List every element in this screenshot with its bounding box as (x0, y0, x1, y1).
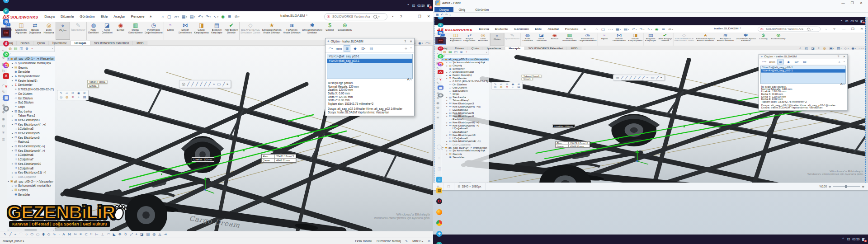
context-tool-icon[interactable]: ⊘ (516, 83, 521, 85)
tree-item[interactable]: ▸ ⊟ Kes-Ekstrüzyon4( ->x) (441, 105, 489, 108)
dialog-pin-icon[interactable]: ⊹ (838, 61, 841, 63)
menu-item[interactable]: Araçlar (111, 14, 127, 19)
restore-button[interactable]: ❐ (415, 12, 424, 22)
view-tool-button[interactable]: ◪ (811, 47, 815, 49)
context-tool-icon[interactable]: ◎ (493, 86, 498, 89)
tree-item[interactable]: ▸ ⊟ Kes-Ekstrüzyon11( ->) (441, 140, 489, 143)
taskbar-app[interactable]: ✈ (434, 229, 444, 239)
ribbon-button[interactable]: ≈ Eğrilik (164, 22, 178, 40)
selection-list-item[interactable]: Yüz<2>@alt_sag_p02-1 (327, 59, 412, 63)
feature-manager-tab-icon[interactable]: ▤ (14, 47, 18, 51)
tree-item[interactable]: ▱ Ön Düzlem (7, 92, 55, 96)
tree-item[interactable]: ▸ ⊟ Kes-Ekstrüzyon5 (441, 112, 489, 115)
taskbar-app[interactable]: SW (1, 28, 11, 38)
paint-quick-icon[interactable]: ▦ (436, 13, 439, 17)
view-tool-button[interactable]: ▭ ▾ (425, 41, 430, 45)
notification-icon[interactable]: ◧6 (427, 4, 430, 8)
feature-manager-tab-icon[interactable]: ▤ (448, 51, 452, 53)
sketch-tool-icon[interactable]: ╱ (638, 76, 640, 79)
dialog-pin-icon[interactable]: ⊹ (405, 47, 407, 51)
taskbar-clock[interactable]: 03:50 (850, 20, 858, 22)
tree-item[interactable]: ▱ Üst Düzlem (7, 96, 55, 100)
sketch-bar-icon[interactable]: ≡ (80, 232, 82, 237)
ribbon-tab[interactable]: SOLIDWORKS Eklentileri (90, 41, 133, 45)
tree-item[interactable]: ∷ LÇoğaltma8 (7, 166, 55, 170)
sketch-tool-icon[interactable]: ╱ (204, 82, 207, 86)
sketch-bar-icon[interactable]: · (59, 232, 60, 237)
menu-item[interactable]: Görünüm (77, 14, 97, 19)
tree-item[interactable]: ▸ ∷ Düz-Çoğaltma (441, 143, 489, 146)
taskbar-app[interactable]: ⌂ (434, 174, 444, 185)
ribbon-tab[interactable]: İşaretleme (483, 47, 505, 50)
taskbar-app[interactable]: e (434, 239, 444, 244)
ribbon-button[interactable]: ✎ İşaretlemeler (70, 22, 86, 40)
quick-toolbar-button[interactable]: ▱ ▾ (173, 14, 179, 19)
tree-item[interactable]: ▸ ▤ Geçmiş (7, 188, 55, 192)
dialog-close-button[interactable]: ✕ (410, 40, 412, 43)
ribbon-button[interactable]: ⌖ Ölçüm (490, 33, 505, 46)
quick-toolbar-button[interactable]: ⌂ (160, 14, 165, 19)
minimize-button[interactable]: — (839, 25, 848, 33)
sketch-tool-icon[interactable]: ╱ (621, 76, 623, 79)
taskbar-app[interactable]: ◦ (434, 218, 444, 229)
feature-manager-tab-icon[interactable]: ◫ (20, 47, 24, 51)
feature-manager-tab-icon[interactable]: ◔ (31, 47, 33, 51)
ribbon-button[interactable]: ◫ Engelleme Algılaması (449, 33, 462, 46)
pin-menu-icon[interactable]: ✶ (581, 28, 588, 31)
tree-item[interactable]: ▱ Sağ Düzlem (7, 100, 55, 105)
quick-toolbar-button[interactable]: ↶ ▾ (631, 28, 638, 31)
tree-item[interactable]: ▸ Σ Denklemler (441, 77, 489, 80)
taskbar-app[interactable]: SW (435, 37, 446, 45)
taskbar-app[interactable]: d (435, 45, 446, 52)
ribbon-button[interactable]: ◇ 3DEXPERIENCE Simulation Connector (673, 33, 695, 46)
tree-item[interactable]: ▸ ⊙ Şu konumdaki montaj ilişk (7, 183, 55, 188)
sketch-bar-icon[interactable]: ◣ (113, 232, 116, 237)
ribbon-button[interactable]: ◎ Delik Hizalama (42, 22, 56, 40)
menu-item[interactable]: Görünüm (511, 27, 532, 31)
taskbar-app[interactable]: ◻ (1, 60, 11, 71)
taskbar-app[interactable]: A (435, 68, 446, 76)
tree-item[interactable]: ▸ ⌒ Taban-Flanş1 (441, 99, 489, 102)
measure-tool-button[interactable]: ▤ (368, 45, 375, 52)
quick-toolbar-button[interactable]: ⊛ ▾ (667, 28, 674, 31)
sketch-tool-icon[interactable]: ⌁ (646, 76, 649, 79)
tree-item[interactable]: ∷ LÇoğaltma8 (441, 136, 489, 140)
tree-item[interactable]: ∷ LÇoğaltma3 (7, 127, 55, 131)
ribbon-button[interactable]: ▥ Montaj Görüntüleme (561, 33, 578, 46)
zoom-in-icon[interactable]: ⊕ (862, 185, 864, 188)
tree-item[interactable]: ▸ ▤ Geçmiş (7, 65, 55, 70)
context-tool-icon[interactable]: ▤ (516, 86, 521, 89)
ribbon-button[interactable]: ✔ Aktif Belgeyi Denetle (224, 22, 239, 40)
view-tool-button[interactable]: ◉ ▾ (418, 41, 423, 45)
feature-manager-tab-icon[interactable]: ◫ (454, 51, 458, 53)
tree-item[interactable]: ▸ ⊟ Kes-Ekstrüzyon10 (7, 162, 55, 166)
taskbar-app[interactable]: ◻ (435, 60, 446, 68)
sketch-tool-icon[interactable]: ╱ (634, 76, 636, 79)
tree-item[interactable]: ▱ Ön Düzlem (441, 83, 489, 86)
expand-tabs-icon[interactable]: › (52, 47, 53, 50)
sketch-tool-icon[interactable]: ⌁ (212, 82, 215, 86)
user-account-icon[interactable]: ◔ (822, 28, 829, 31)
qat-dropdown-icon[interactable]: ▾ (449, 14, 450, 16)
menu-item[interactable]: Düzenle (492, 27, 511, 31)
ribbon-button[interactable]: ⇄ Boşluk Doğrulama (28, 22, 42, 40)
context-tool-icon[interactable]: ▤ (82, 95, 87, 99)
strip-tool-icon[interactable]: ◉ (436, 101, 439, 104)
dialog-collapse-icon[interactable]: ⌃ (410, 47, 412, 51)
quick-toolbar-button[interactable]: ▦ ▾ (615, 28, 622, 31)
sketch-bar-icon[interactable]: ↖ (4, 232, 7, 237)
tree-item[interactable]: ▸ ⊙ Şu konumdaki montaj ilişk (441, 149, 489, 152)
tree-item[interactable]: ▾ ▣ alt_sag_p02<1> ->x (Varsayılan (7, 56, 55, 61)
context-tool-icon[interactable]: ⌕ (510, 86, 515, 89)
ribbon-tab[interactable]: Çizim (33, 41, 49, 45)
paint-maximize-button[interactable]: ❐ (848, 1, 857, 5)
sketch-tool-icon[interactable]: ╱ (208, 82, 211, 86)
quick-toolbar-button[interactable]: ◉ (654, 28, 660, 31)
ribbon-tab[interactable]: Düzen (17, 41, 33, 45)
feature-manager-tab-icon[interactable]: ◔ (465, 51, 467, 53)
zoom-slider[interactable] (833, 186, 860, 187)
dialog-help-button[interactable]: ? (838, 56, 840, 58)
ribbon-tab[interactable]: Düzen (451, 47, 468, 50)
taskbar-app[interactable]: ◫ (434, 164, 444, 174)
tree-item[interactable]: ▸ ▤ Geçmiş (441, 64, 489, 67)
